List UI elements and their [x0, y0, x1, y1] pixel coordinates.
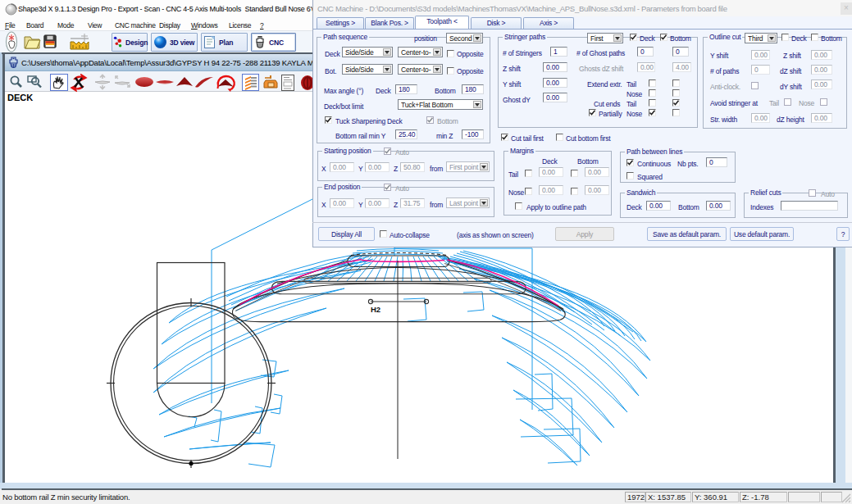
- svg-text:H2: H2: [371, 305, 380, 314]
